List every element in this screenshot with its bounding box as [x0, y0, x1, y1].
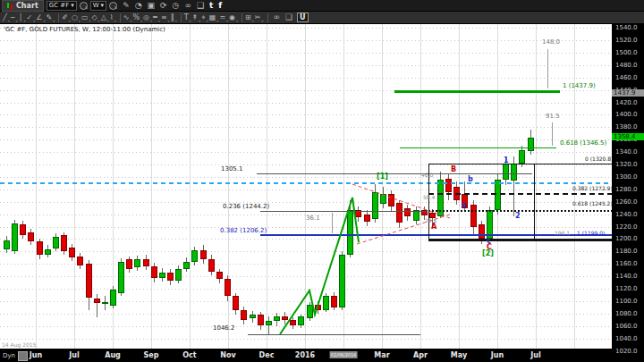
box-fib-382-line[interactable] — [428, 193, 612, 195]
level-1305-line[interactable] — [257, 173, 532, 174]
month-label: Apr — [413, 351, 428, 359]
chevron-down-icon[interactable]: ▾ — [89, 19, 90, 23]
horizontal-gridline — [0, 276, 612, 277]
chart-canvas[interactable]: 'GC #F, GOLD FUTURES, W, 12:00-11:00 (Dy… — [0, 24, 612, 349]
chevron-down-icon[interactable]: ▾ — [168, 19, 170, 23]
symbol-search-icon[interactable] — [80, 2, 88, 10]
candle — [12, 223, 18, 251]
month-label: Nov — [220, 351, 235, 359]
bars-tool[interactable]: ‖▾ — [171, 13, 177, 23]
chart-annotation: 1 (1199.0) — [577, 231, 605, 236]
chevron-down-icon[interactable]: ▾ — [33, 19, 35, 23]
refresh-icon[interactable]: ⟳ — [157, 1, 170, 11]
chevron-down-icon[interactable]: ▾ — [207, 19, 208, 23]
chevron-down-icon[interactable]: ▾ — [107, 19, 109, 23]
fib-236-line[interactable] — [260, 211, 428, 212]
trendline-tool[interactable]: ╱▾ — [3, 13, 10, 23]
history-icon[interactable]: ◔ — [132, 1, 145, 11]
chevron-down-icon[interactable]: ▾ — [216, 19, 218, 23]
chevron-down-icon[interactable]: ▾ — [8, 19, 10, 23]
box-fib-1-line[interactable] — [428, 239, 612, 241]
chevron-down-icon[interactable]: ▾ — [98, 19, 100, 23]
freehand-tool[interactable]: ⌇▾ — [110, 13, 116, 23]
horizontal-gridline — [0, 189, 612, 190]
box-fib-0-line[interactable] — [428, 164, 612, 164]
chevron-down-icon[interactable]: ▾ — [262, 19, 264, 23]
chevron-down-icon[interactable]: ▾ — [53, 19, 55, 23]
vertical-line-tool[interactable]: │▾ — [19, 13, 26, 23]
percent-tool[interactable]: %▾ — [132, 13, 142, 23]
calendar-icon[interactable] — [18, 351, 28, 361]
chevron-down-icon[interactable]: ▾ — [43, 19, 45, 23]
dynamic-session-label[interactable]: Dyn — [3, 352, 15, 359]
pencil-tool[interactable]: ✎▾ — [46, 13, 55, 23]
candle — [479, 224, 485, 239]
facebook-icon[interactable]: f — [216, 1, 225, 11]
chevron-down-icon[interactable]: ▾ — [199, 19, 200, 23]
link-chart-icon[interactable]: ∞ — [271, 13, 284, 22]
vertical-gridline — [420, 24, 421, 349]
alert-line[interactable] — [0, 182, 612, 184]
fib-ext-1-line[interactable] — [394, 90, 560, 93]
text-tool[interactable]: T▾ — [184, 13, 191, 23]
ellipse-tool[interactable]: ◇▾ — [91, 13, 99, 23]
gann-tool[interactable]: ≂▾ — [219, 13, 228, 23]
twitter-icon[interactable]: t — [207, 1, 216, 11]
box-right-edge[interactable] — [534, 164, 535, 240]
chevron-down-icon[interactable]: ▾ — [101, 2, 105, 9]
chevron-down-icon[interactable]: ▾ — [24, 19, 26, 23]
eye-tool[interactable]: ◉▾ — [229, 13, 238, 23]
circle-tool[interactable]: ○▾ — [72, 13, 80, 23]
chevron-down-icon[interactable]: ▾ — [71, 2, 74, 9]
interval-search-icon[interactable] — [109, 2, 117, 10]
rectangle-tool[interactable]: ▭▾ — [81, 13, 91, 23]
symbol-input[interactable]: GC #F▾ — [47, 1, 77, 11]
chevron-down-icon[interactable]: ▾ — [114, 19, 116, 23]
note-icon[interactable]: ❏ — [283, 13, 295, 22]
ray-tool[interactable]: ✓▾ — [27, 13, 36, 23]
wave-tool[interactable]: ∿▾ — [123, 13, 132, 23]
chevron-down-icon[interactable]: ▾ — [175, 19, 177, 23]
grid-tool[interactable]: ▦▾ — [209, 13, 219, 23]
interval-input[interactable]: W▾ — [90, 1, 106, 11]
horizontal-line-tool[interactable]: ─▾ — [11, 13, 18, 23]
parallel-lines-tool[interactable]: ═▾ — [153, 13, 160, 23]
edit-icon[interactable]: ✎ — [120, 1, 132, 11]
tool-glyph: ✎ — [46, 13, 52, 23]
price-axis[interactable]: 1540.01520.01500.01480.01460.01440.01420… — [612, 24, 644, 362]
chevron-down-icon[interactable]: ▾ — [236, 19, 238, 23]
chevron-down-icon[interactable]: ▾ — [130, 19, 131, 23]
candle — [216, 272, 223, 279]
chevron-down-icon[interactable]: ▾ — [158, 19, 160, 23]
chevron-down-icon[interactable]: ▾ — [16, 19, 18, 23]
tab-chart[interactable]: Chart — [2, 0, 44, 12]
angle-tool[interactable]: ∠▾ — [36, 13, 45, 23]
price-tick-label: 1140.0 — [615, 273, 638, 280]
chevron-down-icon[interactable]: ▾ — [79, 19, 80, 23]
triangle-tool[interactable]: △▾ — [101, 13, 109, 23]
chevron-down-icon[interactable]: ▾ — [150, 19, 152, 23]
low-1046-line[interactable] — [248, 334, 420, 335]
drawing-toolbar: ╱▾─▾│▾✓▾∠▾✎▾✐▾○▾▭▾◇▾△▾⌇▾∿▾%▾◎▾═▾≡▾‖▾T▾↟▾… — [0, 12, 644, 24]
clock-icon[interactable]: ◷ — [170, 1, 182, 11]
scissors-tool[interactable]: ✂▾ — [255, 13, 264, 23]
time-axis[interactable]: Dyn JunJulAugSepOctNovDec2016Feb02/08/20… — [0, 349, 612, 362]
fib-circle-tool[interactable]: ◎▾ — [143, 13, 152, 23]
chevron-down-icon[interactable]: ▾ — [140, 19, 142, 23]
chevron-down-icon[interactable]: ▾ — [226, 19, 228, 23]
fib-levels-tool[interactable]: ≡▾ — [161, 13, 170, 23]
tool-glyph: ✓ — [27, 13, 33, 23]
arrow-tool[interactable]: ↟▾ — [192, 13, 201, 23]
fib-ext-618-line[interactable] — [400, 147, 556, 148]
chevron-down-icon[interactable]: ▾ — [69, 19, 71, 23]
unlock-drawings-button[interactable]: U — [297, 13, 309, 22]
anchor-tool[interactable]: ⌖▾ — [201, 13, 208, 23]
snapshot-icon[interactable]: ▣ — [145, 1, 158, 11]
link-icon[interactable]: ∞ — [182, 1, 194, 11]
candle — [77, 257, 83, 265]
marker-tool[interactable]: ✐▾ — [62, 13, 71, 23]
table-tool[interactable]: ⊞▾ — [245, 13, 254, 23]
chat-icon[interactable]: ❑ — [194, 1, 207, 11]
chevron-down-icon[interactable]: ▾ — [252, 19, 254, 23]
chevron-down-icon[interactable]: ▾ — [190, 19, 191, 23]
